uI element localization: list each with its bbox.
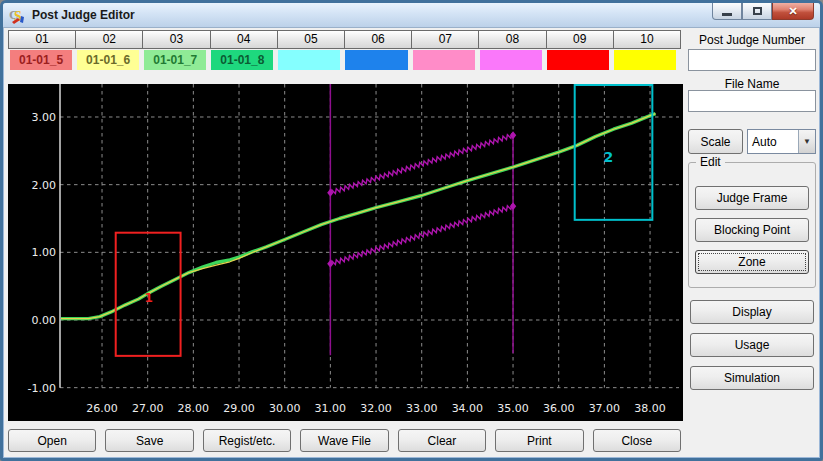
- x-tick-label: 32.00: [360, 402, 392, 415]
- zone-label-2: 2: [603, 149, 613, 165]
- regist-etc-button[interactable]: Regist/etc.: [203, 429, 291, 452]
- x-tick-label: 37.00: [589, 402, 621, 415]
- channel-color-strips: 01-01_501-01_601-01_701-01_8: [10, 50, 681, 70]
- tab-03[interactable]: 03: [142, 30, 210, 49]
- display-button[interactable]: Display: [690, 300, 814, 324]
- close-button[interactable]: Close: [593, 429, 681, 452]
- post-judge-number-label: Post Judge Number: [688, 33, 816, 47]
- open-button[interactable]: Open: [8, 429, 96, 452]
- tab-07[interactable]: 07: [411, 30, 479, 49]
- clear-button[interactable]: Clear: [398, 429, 486, 452]
- judge-frame-button[interactable]: Judge Frame: [695, 186, 809, 210]
- x-tick-label: 36.00: [543, 402, 575, 415]
- y-tick-label: 1.00: [32, 246, 57, 259]
- scale-dropdown[interactable]: Auto ▼: [747, 129, 816, 154]
- y-tick-label: 3.00: [32, 111, 57, 124]
- simulation-button[interactable]: Simulation: [690, 366, 814, 390]
- minimize-icon: [722, 13, 732, 16]
- waveform-core: [61, 114, 656, 319]
- tab-08[interactable]: 08: [478, 30, 546, 49]
- app-icon: C S: [9, 6, 27, 24]
- zone-rect-2: [575, 85, 653, 220]
- color-strip-07[interactable]: [413, 50, 475, 70]
- x-tick-label: 29.00: [223, 402, 255, 415]
- x-tick-label: 27.00: [132, 402, 164, 415]
- x-tick-label: 30.00: [269, 402, 301, 415]
- color-strip-04[interactable]: 01-01_8: [211, 50, 273, 70]
- x-tick-label: 26.00: [86, 402, 118, 415]
- y-tick-label: 2.00: [32, 179, 57, 192]
- action-button-row: OpenSaveRegist/etc.Wave FileClearPrintCl…: [8, 429, 681, 452]
- color-strip-09[interactable]: [547, 50, 609, 70]
- x-tick-label: 33.00: [406, 402, 438, 415]
- save-button[interactable]: Save: [105, 429, 193, 452]
- title-bar[interactable]: C S Post Judge Editor ✕: [3, 3, 820, 28]
- y-tick-label: -1.00: [28, 382, 56, 395]
- restore-icon: [753, 7, 762, 15]
- waveform-outer: [61, 114, 656, 319]
- color-strip-05[interactable]: [278, 50, 340, 70]
- tab-02[interactable]: 02: [75, 30, 143, 49]
- channel-tabs: 01020304050607080910: [8, 30, 681, 49]
- x-tick-label: 35.00: [497, 402, 529, 415]
- file-name-input[interactable]: [688, 90, 816, 112]
- tab-01[interactable]: 01: [8, 30, 76, 49]
- color-strip-06[interactable]: [345, 50, 407, 70]
- tab-05[interactable]: 05: [277, 30, 345, 49]
- window-title: Post Judge Editor: [32, 8, 135, 22]
- post-judge-editor-window: C S Post Judge Editor ✕ 0102030405060708…: [0, 0, 823, 461]
- tab-10[interactable]: 10: [613, 30, 681, 49]
- close-icon: ✕: [788, 5, 797, 18]
- file-name-label: File Name: [688, 77, 816, 91]
- wave-file-button[interactable]: Wave File: [300, 429, 388, 452]
- edit-group-label: Edit: [696, 155, 725, 169]
- zone-button[interactable]: Zone: [695, 250, 809, 274]
- blocking-point-button[interactable]: Blocking Point: [695, 218, 809, 242]
- x-tick-label: 28.00: [178, 402, 210, 415]
- x-tick-label: 31.00: [315, 402, 347, 415]
- color-strip-08[interactable]: [480, 50, 542, 70]
- maximize-button[interactable]: [742, 3, 772, 20]
- y-tick-label: 0.00: [32, 314, 57, 327]
- scale-button[interactable]: Scale: [688, 129, 743, 154]
- tab-06[interactable]: 06: [344, 30, 412, 49]
- color-strip-01[interactable]: 01-01_5: [10, 50, 72, 70]
- scale-dropdown-value: Auto: [748, 135, 798, 149]
- print-button[interactable]: Print: [495, 429, 583, 452]
- chevron-down-icon[interactable]: ▼: [798, 130, 815, 153]
- color-strip-10[interactable]: [614, 50, 676, 70]
- tab-04[interactable]: 04: [210, 30, 278, 49]
- zone-label-1: 1: [144, 291, 152, 305]
- close-button[interactable]: ✕: [772, 3, 814, 20]
- x-tick-label: 34.00: [452, 402, 484, 415]
- post-judge-number-input[interactable]: [688, 49, 816, 71]
- minimize-button[interactable]: [712, 3, 742, 20]
- usage-button[interactable]: Usage: [690, 333, 814, 357]
- color-strip-02[interactable]: 01-01_6: [77, 50, 139, 70]
- waveform-chart[interactable]: -1.000.001.002.003.0026.0027.0028.0029.0…: [8, 84, 683, 421]
- tab-09[interactable]: 09: [546, 30, 614, 49]
- x-tick-label: 38.00: [634, 402, 666, 415]
- color-strip-03[interactable]: 01-01_7: [144, 50, 206, 70]
